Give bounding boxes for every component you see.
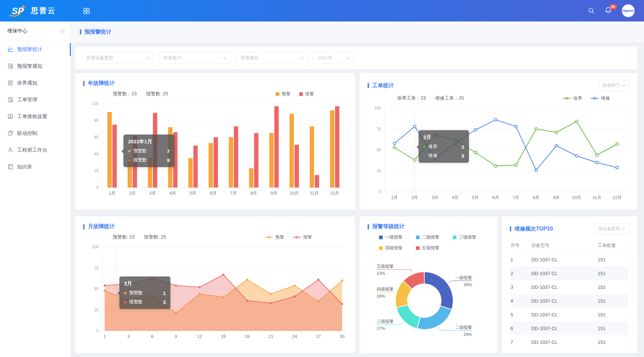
- department-filter-label: 所有部门: [602, 83, 620, 89]
- sidebar-item-1[interactable]: 预报警统计: [0, 41, 71, 58]
- table-cell: DD-1037-CL: [531, 294, 598, 308]
- sidebar-item-7[interactable]: 工程师工作台: [0, 142, 71, 158]
- notification-badge: 99: [609, 4, 617, 10]
- notification-bell-icon[interactable]: 99: [605, 7, 612, 15]
- legend-item-三级报警[interactable]: 三级报警: [453, 234, 476, 240]
- table-cell: 2: [511, 266, 531, 280]
- svg-text:17%: 17%: [377, 326, 385, 331]
- sidebar-menu: 预报警统计预报警通知保养通知工单管理工单接收设置联动控制工程师工作台知识库: [0, 41, 71, 175]
- tooltip-title: 2021年1月: [128, 139, 170, 145]
- brand-logo: SP 思普云: [9, 4, 73, 17]
- column-header: 设备型号: [531, 239, 598, 253]
- svg-text:1月: 1月: [109, 191, 115, 196]
- alarm-count-stat: 报警数: 25: [144, 234, 166, 240]
- sp-logo-icon: SP: [9, 4, 28, 17]
- legend-item-预警[interactable]: 预警: [265, 234, 284, 240]
- bar-chart-svg: 0204060801001月2月3月4月5月6月7月8月9月10月11月12月: [83, 100, 347, 198]
- tooltip-series-name: 报警数: [133, 157, 147, 163]
- device-model-filter-dropdown[interactable]: 按设备型号: [594, 223, 629, 235]
- title-accent-bar: [368, 224, 369, 230]
- svg-text:80: 80: [94, 118, 99, 123]
- legend-item-预警[interactable]: 预警: [276, 91, 290, 97]
- tooltip-row: 预警数7: [128, 148, 170, 154]
- table-cell: 3: [511, 280, 531, 294]
- table-row: 3DD-1037-CL151: [511, 280, 629, 294]
- svg-text:1: 1: [103, 334, 106, 339]
- legend-item-二级报警[interactable]: 二级报警: [416, 234, 439, 240]
- chevron-down-icon: [146, 57, 149, 59]
- sidebar-title: 维保中心: [7, 28, 28, 34]
- table-row: 4DD-1037-CL151: [511, 294, 629, 308]
- table-cell: 7: [511, 335, 531, 349]
- svg-text:10月: 10月: [572, 195, 581, 200]
- legend-label: 预警: [282, 91, 290, 97]
- legend-item-五级报警[interactable]: 五级报警: [416, 245, 439, 251]
- filter-year[interactable]: 2021年: [313, 52, 354, 64]
- legend-item-报警[interactable]: 报警: [293, 234, 312, 240]
- sidebar-header: 维保中心: [0, 21, 71, 41]
- avatar[interactable]: Hignton: [622, 4, 635, 17]
- sidebar-item-6[interactable]: 联动控制: [0, 125, 71, 142]
- legend-item-报警[interactable]: 报警: [299, 91, 314, 97]
- svg-text:27: 27: [316, 334, 321, 339]
- svg-text:60: 60: [94, 135, 99, 140]
- table-cell: DD-1037-CL: [531, 308, 598, 321]
- table-cell: 151: [598, 253, 629, 266]
- legend-swatch: [379, 236, 383, 239]
- apps-grid-icon[interactable]: [83, 8, 90, 14]
- filter-device-type[interactable]: 所有设备类型: [82, 52, 154, 64]
- table-cell: 5: [511, 308, 531, 321]
- tooltip-series-value: 2: [453, 144, 464, 150]
- sidebar-item-4[interactable]: 工单管理: [0, 91, 71, 108]
- legend-item-保养[interactable]: 保养: [563, 95, 582, 101]
- sidebar-item-8[interactable]: 知识库: [0, 158, 71, 175]
- legend-item-四级报警[interactable]: 四级报警: [379, 245, 402, 251]
- legend-item-一级报警[interactable]: 一级报警: [379, 234, 402, 240]
- brand-name: 思普云: [31, 6, 56, 16]
- svg-text:0: 0: [96, 328, 99, 333]
- device-model-filter-label: 按设备型号: [598, 226, 620, 232]
- charts-row-2: 月故障统计 预警数: 23 报警数: 25 预警报警 0255075100136…: [75, 216, 637, 353]
- svg-text:10月: 10月: [289, 191, 299, 196]
- filter-project[interactable]: 所有项目: [236, 52, 308, 64]
- sidebar-item-3[interactable]: 保养通知: [0, 74, 71, 91]
- table-cell: 151: [598, 294, 629, 308]
- legend-label: 四级报警: [385, 245, 402, 251]
- column-header: 工单数量: [598, 239, 629, 253]
- series-dot: [128, 150, 130, 152]
- svg-text:3月: 3月: [432, 195, 438, 200]
- filter-customer[interactable]: 所有客户: [159, 52, 231, 64]
- tooltip-series-value: 7: [159, 148, 170, 154]
- svg-text:2月: 2月: [129, 191, 136, 196]
- series-dot: [423, 146, 426, 148]
- svg-text:75: 75: [377, 127, 381, 132]
- charts-row-1: 年故障统计 预警数：23 报警数: 25 预警报警 0204060801001月…: [75, 73, 637, 210]
- sidebar-item-5[interactable]: 工单接收设置: [0, 108, 71, 125]
- sidebar-item-label: 预报警通知: [17, 63, 42, 69]
- tooltip-series-name: 维修: [428, 153, 437, 159]
- sidebar-item-2[interactable]: 预报警通知: [0, 58, 71, 74]
- table-cell: DD-1037-CL: [531, 280, 598, 294]
- yearly-fault-stats: 预警数：23 报警数: 25 预警报警: [75, 88, 355, 100]
- sidebar-item-label: 工程师工作台: [17, 147, 47, 153]
- svg-text:SP: SP: [12, 6, 24, 16]
- legend-item-维修[interactable]: 维修: [591, 95, 610, 101]
- svg-text:7月: 7月: [513, 195, 519, 200]
- doc-edit-icon: [7, 97, 13, 103]
- search-icon[interactable]: [588, 7, 595, 14]
- svg-text:三级报警: 三级报警: [377, 319, 394, 324]
- filter-value: 所有项目: [240, 55, 259, 61]
- tooltip-series-value: 1: [155, 290, 166, 296]
- column-header: 序号: [511, 239, 531, 253]
- table-cell: DD-1037-CL: [531, 253, 598, 266]
- tooltip-row: 维修5: [423, 153, 464, 159]
- legend-label: 报警: [305, 91, 314, 97]
- monthly-fault-area-chart: 02550751001369121518212427302月预警数1报警数3: [83, 243, 347, 341]
- department-filter-dropdown[interactable]: 所有部门: [599, 80, 629, 91]
- menu-fold-icon[interactable]: [60, 28, 65, 34]
- warn-count-stat: 预警数：23: [113, 91, 137, 97]
- tooltip-series-value: 9: [159, 157, 170, 163]
- svg-text:50: 50: [94, 287, 99, 291]
- chart-tooltip: 2月保养2维修5: [419, 130, 469, 163]
- repair-top10-card-header: 维修频次TOP10 按设备型号: [502, 216, 637, 236]
